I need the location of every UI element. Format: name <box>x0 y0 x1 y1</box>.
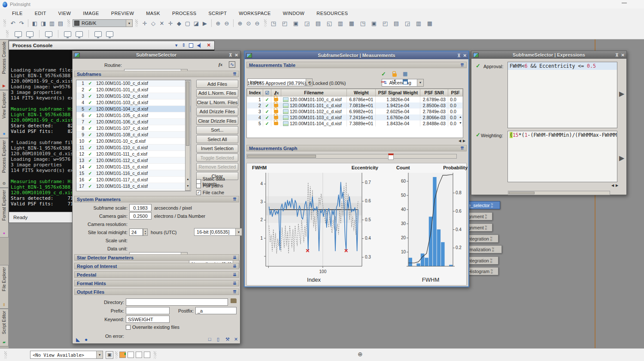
measurements-titlebar[interactable]: SubframeSelector | Measurements ⊼ ✕ <box>245 51 468 59</box>
approved-check-icon[interactable]: ✓ <box>263 102 271 108</box>
subframe-row[interactable]: 7 ✓ 120.00M101-106_c_d.xisf <box>76 119 191 125</box>
col-filename[interactable]: Filename <box>281 89 346 96</box>
reset-measurements-icon[interactable]: ↺ <box>392 78 396 85</box>
app-minimize-button[interactable] <box>622 3 627 3</box>
workspace-button-2[interactable] <box>128 352 134 358</box>
apply-approval-icon[interactable]: ▶ <box>619 90 624 98</box>
expand-icon[interactable]: ⇊ <box>233 272 237 277</box>
subframe-row[interactable]: 12 ✓ 120.00M101-111_c_d.xisf <box>76 151 191 157</box>
toolbar-icon[interactable]: ◧ <box>30 19 39 27</box>
sidebar-tab-view-explorer[interactable]: View Explorer ■ <box>0 90 9 138</box>
subframe-scale-input[interactable]: 0.1983 <box>129 204 152 211</box>
close-icon[interactable]: ✕ <box>235 53 238 57</box>
fwhm-histogram[interactable]: 1020304050600.20.40.60.8CountProbability… <box>395 164 468 285</box>
toolbar-icon[interactable]: ▣ <box>370 19 378 27</box>
col-psf-signal-weight[interactable]: PSF Signal Weight <box>376 89 420 96</box>
shade-icon[interactable]: ⊼ <box>615 53 618 57</box>
subframes-scrollbar[interactable]: ▲ ▼ <box>185 80 190 191</box>
camera-resolution-select[interactable]: 16-bit [0,65535] ▼ <box>194 228 242 236</box>
window-icon[interactable] <box>26 31 33 37</box>
expressions-titlebar[interactable]: SubframeSelector | Expressions ⊼ ✕ <box>471 51 626 59</box>
new-window-icon[interactable] <box>15 31 22 37</box>
menu-item[interactable]: FILE <box>6 9 29 17</box>
toolbar-icon[interactable]: ↷ <box>17 19 26 27</box>
subframe-row[interactable]: 8 ✓ 120.00M101-107_c_d.xisf <box>76 125 191 132</box>
export-csv-icon[interactable] <box>403 79 408 85</box>
toolbar-icon[interactable]: ▣ <box>292 19 300 27</box>
process-desktop-icon[interactable]: e_selector ND <box>466 201 500 209</box>
check-icon[interactable]: ✓ <box>86 100 94 105</box>
toolbar-icon[interactable]: ▤ <box>314 19 322 27</box>
scroll-down-icon[interactable]: ▼ <box>459 121 462 124</box>
expand-icon[interactable]: ⇊ <box>233 264 237 268</box>
toolbar-icon[interactable]: ◱ <box>325 19 334 27</box>
new-instance-icon[interactable]: ▯ <box>217 337 219 342</box>
subframes-action-button[interactable]: Remove Selected <box>196 163 238 171</box>
check-icon[interactable]: ✓ <box>86 132 94 137</box>
zoom-icon[interactable]: ⊙ <box>244 19 253 27</box>
subframe-row[interactable]: 2 ✓ 120.00M101-101_c_d.xisf <box>76 87 191 93</box>
subframe-row[interactable]: 17 ✓ 120.00M101-118_c_d.xisf <box>76 183 191 190</box>
subframe-row[interactable]: 11 ✓ 120.00M101-110_c_d.xisf <box>76 144 191 151</box>
collapse-icon[interactable]: ⇈ <box>233 72 237 76</box>
measurements-graph-icon[interactable]: ∿ <box>229 61 235 68</box>
index-graph[interactable]: ✕✕12340.30.40.50.60.7100FWHMEccentricity… <box>250 164 379 285</box>
subframes-action-button[interactable]: Sort... <box>196 126 238 134</box>
toolbar-grip[interactable] <box>115 351 118 359</box>
subframes-action-button[interactable]: Select All <box>196 135 238 143</box>
measurement-row[interactable]: 1 ✓ 120.00M101-100_c_d.xisf 6.8786e+01 1… <box>247 96 463 103</box>
subframeselector-titlebar[interactable]: SubframeSelector ⊼ ✕ <box>73 51 240 59</box>
dock-menu-icon[interactable]: ▼ <box>174 43 178 48</box>
sidebar-tab-file-explorer[interactable]: File Explorer ▮ <box>0 265 9 309</box>
toolbar-icon[interactable]: ✛ <box>140 19 149 27</box>
sidebar-tab-process-console[interactable]: Process Console ▶ <box>0 39 9 90</box>
collapse-left-icon[interactable]: ◀▏ <box>197 43 203 48</box>
subframe-row[interactable]: 14 ✓ 120.00M101-115_c_d.xisf <box>76 164 191 170</box>
subframe-row[interactable]: 15 ✓ 120.00M101-116_c_d.xisf <box>76 170 191 177</box>
toolbar-icon[interactable]: ◆ <box>175 19 183 27</box>
section-format-hints[interactable]: Format Hints ⇊ <box>74 280 239 286</box>
workspace-button-3[interactable] <box>136 352 142 358</box>
subframe-row[interactable]: 5 ✓ 120.00M101-104_c_d.xisf <box>76 106 191 112</box>
menu-item[interactable]: RESOURCES <box>310 9 354 17</box>
toolbar-icon[interactable]: ▥ <box>414 19 423 27</box>
workspace-button-1[interactable] <box>119 352 126 358</box>
subframe-row[interactable]: 13 ✓ 120.00M101-112_c_d.xisf <box>76 157 191 164</box>
window-icon[interactable] <box>64 31 71 37</box>
process-desktop-icon[interactable]: gnment ND <box>466 212 492 220</box>
toolbar-grip[interactable] <box>135 19 138 27</box>
toolbar-icon[interactable]: ◰ <box>280 19 289 27</box>
scroll-left-icon[interactable]: ◀ <box>611 184 614 187</box>
section-star-detector[interactable]: Star Detector Parameters ⇊ <box>74 254 239 261</box>
subframes-action-button[interactable]: Clear Drizzle Files <box>196 117 238 125</box>
toggle-columns-icon[interactable]: ▦ <box>403 71 407 77</box>
subframe-row[interactable]: 4 ✓ 120.00M101-103_c_d.xisf <box>76 99 191 106</box>
stepper-icon[interactable]: ▲▼ <box>143 229 148 236</box>
close-icon[interactable]: ✕ <box>463 53 467 58</box>
process-desktop-icon[interactable]: rmalization ND <box>466 245 502 253</box>
toolbar-icon[interactable]: ▤ <box>56 19 65 27</box>
process-desktop-icon[interactable]: gnment ND <box>466 223 492 232</box>
window-icon[interactable] <box>106 31 113 37</box>
approval-expression-input[interactable]: FWHM<6 && Eccentricity <= 0.5 <box>507 62 617 128</box>
full-paths-option[interactable]: Full paths <box>196 183 223 188</box>
drag-instance-icon[interactable]: ◣ <box>76 337 80 343</box>
process-desktop-icon[interactable]: Histogram ND <box>466 267 498 275</box>
subframes-action-button[interactable]: Toggle Selected <box>196 153 238 162</box>
menu-item[interactable]: VIEW <box>52 9 77 17</box>
table-hscrollbar[interactable] <box>246 154 457 159</box>
toolbar-icon[interactable]: ◨ <box>39 19 48 27</box>
toolbar-grip[interactable] <box>3 19 6 27</box>
workspace-button-4[interactable] <box>144 352 150 358</box>
check-icon[interactable]: ✓ <box>86 164 94 169</box>
chevron-down-icon[interactable]: ▼ <box>126 20 132 27</box>
collapse-icon[interactable]: ⇈ <box>233 197 237 202</box>
toolbar-icon[interactable]: ↶ <box>9 19 17 27</box>
check-icon[interactable]: ✓ <box>86 106 94 111</box>
expressions-fx-icon[interactable]: fx <box>219 62 222 67</box>
menu-item[interactable]: MASK <box>140 9 166 17</box>
edit-preferences-icon[interactable]: ⚒ <box>225 337 230 342</box>
overwrite-existing-option[interactable]: Overwrite existing files <box>126 325 179 330</box>
menu-item[interactable]: SCRIPT <box>203 9 233 17</box>
measurements-table[interactable]: Index ☑ ⚷x Filename Weight PSF Signal We… <box>246 88 463 138</box>
